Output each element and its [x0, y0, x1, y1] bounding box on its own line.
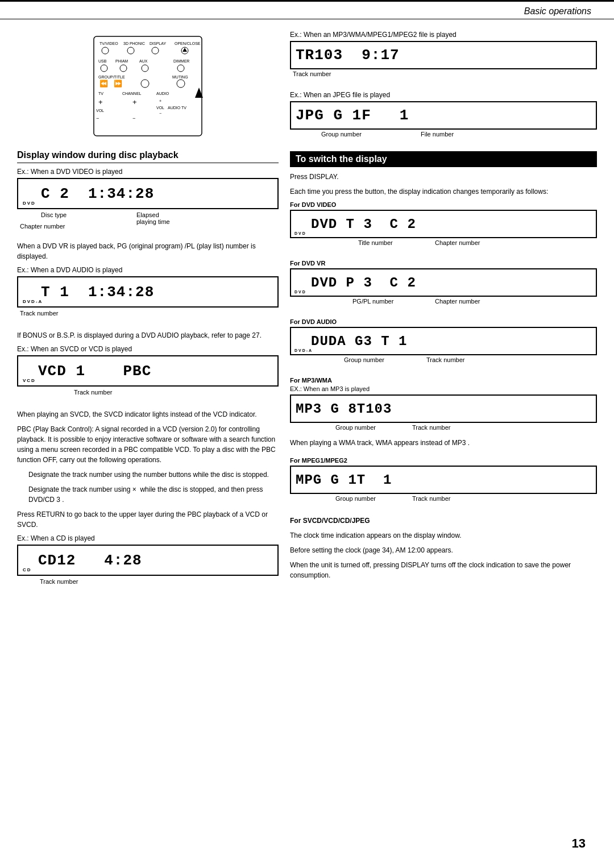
ann-track-number-cd: Track number	[40, 578, 78, 585]
lcd-text-switch-dvd: DVD T 3 C 2	[311, 217, 416, 232]
switch-dvd-video: For DVD VIDEO DVD DVD T 3 C 2 Title numb…	[290, 201, 597, 251]
dvd-audio-annotations: Track number	[17, 310, 279, 321]
jpeg-annotations: Group number File number	[290, 131, 597, 142]
svg-text:−: −	[132, 115, 135, 121]
lcd-badge-dvda: DVD-A	[23, 299, 43, 304]
lcd-text-switch-dvd-vr: DVD P 3 C 2	[311, 275, 416, 290]
switch-dvd-video-label: For DVD VIDEO	[290, 201, 597, 208]
svg-text:AUDIO: AUDIO	[156, 92, 169, 95]
example-svcd: Ex.: When an SVCD or VCD is played VCD V…	[17, 345, 279, 400]
bonus-note: If BONUS or B.S.P. is displayed during a…	[17, 330, 279, 340]
svg-text:DIMMER: DIMMER	[173, 59, 189, 63]
svg-text:−: −	[159, 111, 161, 115]
svcd-indicator-note: When playing an SVCD, the SVCD indicator…	[17, 409, 279, 420]
dvd-vr-note: When a DVD VR is played back, PG (origin…	[17, 241, 279, 261]
lcd-mp3: TR103 9:17	[290, 41, 597, 69]
lcd-dvd-video: DVD C 2 1:34:28	[17, 178, 279, 209]
lcd-badge-switch-dvda: DVD-A	[294, 348, 313, 352]
svg-text:PHIAM: PHIAM	[115, 59, 128, 63]
press-display-text: Press DISPLAY.	[290, 172, 597, 182]
lcd-badge-dvd: DVD	[23, 201, 36, 206]
ann-title-number: Title number	[358, 239, 393, 246]
ann-track-number-dvda: Track number	[20, 310, 58, 317]
switch-mp3-ann: Group number Track number	[290, 424, 597, 435]
lcd-text-switch-mp3: MP3 G 8T103	[296, 401, 392, 417]
svg-text:MUTING: MUTING	[172, 75, 188, 79]
example-mp3-label: Ex.: When an MP3/WMA/MPEG1/MPEG2 file is…	[290, 31, 597, 39]
svg-point-16	[142, 65, 148, 72]
wma-note: When playing a WMA track, WMA appears in…	[290, 438, 597, 448]
svg-text:OPEN/CLOSE: OPEN/CLOSE	[175, 41, 201, 45]
cd-annotations: Track number	[17, 578, 279, 589]
svg-text:CHANNEL: CHANNEL	[122, 92, 142, 95]
section-heading-display: Display window during disc playback	[17, 150, 279, 163]
vcd-annotations: Track number	[17, 389, 279, 400]
svg-text:TV: TV	[98, 92, 103, 95]
ann-chapter-number-dvd: Chapter number	[435, 239, 480, 246]
lcd-switch-mp3: MP3 G 8T103	[290, 394, 597, 423]
lcd-text-dvd-video: C 2 1:34:28	[41, 185, 154, 202]
example-svcd-label: Ex.: When an SVCD or VCD is played	[17, 345, 279, 353]
lcd-badge-switch-dvd: DVD	[294, 231, 306, 235]
ann-pgpl-number: PG/PL number	[352, 298, 393, 305]
lcd-text-switch-mpeg: MPG G 1T 1	[296, 472, 392, 488]
svg-text:+: +	[159, 99, 161, 103]
example-dvd-video-label: Ex.: When a DVD VIDEO is played	[17, 168, 279, 176]
switch-mpeg-label: For MPEG1/MPEG2	[290, 457, 597, 464]
page-number: 13	[572, 836, 586, 851]
svg-point-5	[102, 47, 109, 54]
switch-dvd-vr-label: For DVD VR	[290, 260, 597, 267]
svg-text:TV/VIDEO: TV/VIDEO	[99, 41, 118, 45]
mp3-annotations: Track number	[290, 70, 597, 82]
lcd-badge-switch-dvdvr: DVD	[294, 290, 306, 294]
switch-mp3: For MP3/WMA EX.: When an MP3 is played M…	[290, 377, 597, 448]
switch-dvd-vr: For DVD VR DVD DVD P 3 C 2 PG/PL number …	[290, 260, 597, 309]
ann-track-number-vcd: Track number	[74, 389, 112, 396]
ann-group-number-mpeg: Group number	[335, 495, 376, 502]
svg-text:−: −	[96, 115, 99, 121]
svg-text:VOL: VOL	[156, 106, 164, 110]
lcd-badge-cd: CD	[23, 567, 32, 572]
svcd-clock-note: The clock time indication appears on the…	[290, 530, 597, 541]
example-dvd-video: Ex.: When a DVD VIDEO is played DVD C 2 …	[17, 168, 279, 232]
switch-dvd-audio: For DVD AUDIO DVD-A DUDA G3 T 1 Group nu…	[290, 318, 597, 368]
switch-mp3-ex-label: EX.: When an MP3 is played	[290, 385, 597, 392]
ann-disc-type: Disc type	[41, 211, 67, 218]
left-column: TV/VIDEO 3D PHONIC DISPLAY OPEN/CLOSE US…	[17, 31, 279, 599]
lcd-switch-dvd-audio: DVD-A DUDA G3 T 1	[290, 327, 597, 355]
svg-text:VOL: VOL	[96, 109, 104, 113]
svg-text:⏪: ⏪	[99, 79, 108, 88]
svcd-note-label: For SVCD/VCD/CD/JPEG	[290, 516, 597, 526]
ann-track-number-mp3: Track number	[293, 70, 331, 77]
lcd-switch-mpeg: MPG G 1T 1	[290, 466, 597, 494]
switch-dvd-audio-ann: Group number Track number	[290, 356, 597, 368]
svg-text:GROUP/TITLE: GROUP/TITLE	[98, 75, 125, 79]
pbc-note: PBC (Play Back Control): A signal record…	[17, 424, 279, 465]
page-header: Basic operations	[0, 2, 614, 19]
clock-setting-note: Before setting the clock (page 34), AM 1…	[290, 545, 597, 555]
svg-point-17	[177, 65, 184, 72]
lcd-vcd: VCD VCD 1 PBC	[17, 355, 279, 387]
each-time-text: Each time you press the button, the disp…	[290, 186, 597, 197]
svg-point-6	[127, 47, 134, 54]
svg-point-22	[141, 80, 149, 88]
svg-text:DISPLAY: DISPLAY	[150, 41, 166, 45]
lcd-text-dvd-audio: T 1 1:34:28	[41, 284, 154, 301]
example-jpeg: Ex.: When an JPEG file is played JPG G 1…	[290, 91, 597, 142]
lcd-text-vcd: VCD 1 PBC	[38, 363, 151, 380]
svg-point-15	[120, 65, 127, 72]
svg-text:+: +	[132, 98, 137, 106]
switch-dvd-video-ann: Title number Chapter number	[290, 239, 597, 251]
switch-mpeg-ann: Group number Track number	[290, 495, 597, 506]
switch-dvd-audio-label: For DVD AUDIO	[290, 318, 597, 325]
dvd-video-annotations: Disc type Chapter number Elapsedplaying …	[17, 211, 279, 232]
lcd-dvd-audio: DVD-A T 1 1:34:28	[17, 276, 279, 308]
svg-point-7	[152, 47, 159, 54]
svg-text:AUX: AUX	[139, 59, 148, 63]
svg-text:AUDIO TV: AUDIO TV	[168, 106, 186, 110]
ann-track-number-mp3-switch: Track number	[412, 424, 450, 431]
example-dvd-audio: Ex.: When a DVD AUDIO is played DVD-A T …	[17, 266, 279, 321]
lcd-switch-dvd-vr: DVD DVD P 3 C 2	[290, 268, 597, 297]
pbc-step1: Designate the track number using the num…	[17, 470, 279, 480]
header-title: Basic operations	[524, 6, 591, 16]
